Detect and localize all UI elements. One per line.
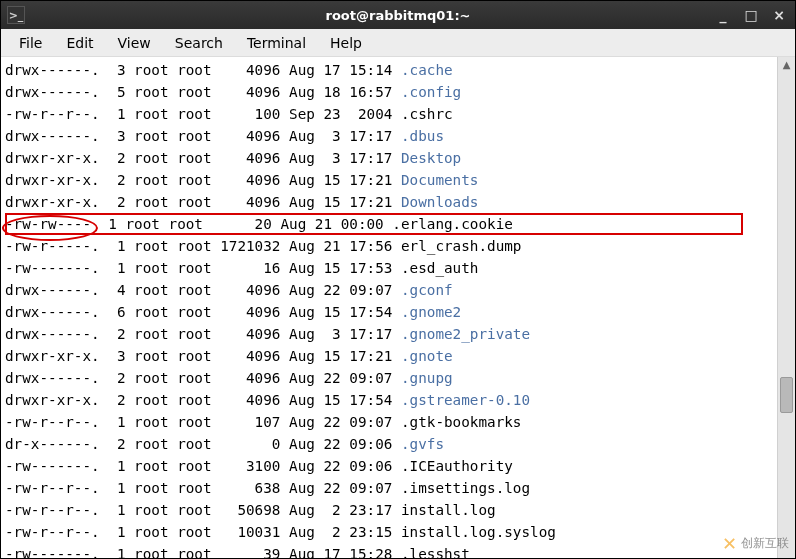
perms: drwxr-xr-x. [5, 194, 100, 210]
filename: install.log.syslog [401, 524, 556, 540]
perms: -rw-------. [5, 458, 100, 474]
listing-row: -rw-------. 1 root root 3100 Aug 22 09:0… [5, 455, 773, 477]
close-button[interactable]: × [769, 7, 789, 23]
perms: drwxr-xr-x. [5, 348, 100, 364]
menu-file[interactable]: File [7, 32, 54, 54]
filename: .dbus [401, 128, 444, 144]
perms: -rw-------. [5, 260, 100, 276]
maximize-button[interactable]: □ [741, 7, 761, 23]
perms: drwxr-xr-x. [5, 392, 100, 408]
filename: .gnote [401, 348, 453, 364]
listing-row: drwx------. 6 root root 4096 Aug 15 17:5… [5, 301, 773, 323]
listing-row: -rw-rw---- 1 root root 20 Aug 21 00:00 .… [5, 213, 773, 235]
listing-row: drwx------. 2 root root 4096 Aug 3 17:17… [5, 323, 773, 345]
perms: dr-x------. [5, 436, 100, 452]
perms: -rw-r--r--. [5, 414, 100, 430]
listing-row: drwxr-xr-x. 3 root root 4096 Aug 15 17:2… [5, 345, 773, 367]
filename: .gnupg [401, 370, 453, 386]
listing-row: -rw-------. 1 root root 16 Aug 15 17:53 … [5, 257, 773, 279]
filename: .gconf [401, 282, 453, 298]
perms: -rw-r--r--. [5, 502, 100, 518]
scrollbar[interactable]: ▲ [777, 57, 795, 558]
filename: .gnome2 [401, 304, 461, 320]
listing-row: drwxr-xr-x. 2 root root 4096 Aug 15 17:5… [5, 389, 773, 411]
filename: .gnome2_private [401, 326, 530, 342]
menu-search[interactable]: Search [163, 32, 235, 54]
perms: -rw-rw---- [5, 216, 91, 232]
perms: -rw-r-----. [5, 238, 100, 254]
listing-row: -rw-r-----. 1 root root 1721032 Aug 21 1… [5, 235, 773, 257]
filename: .gtk-bookmarks [401, 414, 522, 430]
filename: erl_crash.dump [401, 238, 522, 254]
perms: drwx------. [5, 370, 100, 386]
listing-row: drwxr-xr-x. 2 root root 4096 Aug 15 17:2… [5, 169, 773, 191]
menu-view[interactable]: View [106, 32, 163, 54]
filename: Desktop [401, 150, 461, 166]
scroll-up-icon[interactable]: ▲ [778, 59, 795, 70]
terminal-icon: >_ [7, 6, 25, 24]
listing-row: -rw-r--r--. 1 root root 10031 Aug 2 23:1… [5, 521, 773, 543]
filename: .gstreamer-0.10 [401, 392, 530, 408]
perms: drwx------. [5, 304, 100, 320]
listing-row: -rw-r--r--. 1 root root 50698 Aug 2 23:1… [5, 499, 773, 521]
filename: .lesshst [401, 546, 470, 558]
listing-row: drwx------. 5 root root 4096 Aug 18 16:5… [5, 81, 773, 103]
perms: -rw-------. [5, 546, 100, 558]
minimize-button[interactable]: _ [713, 7, 733, 23]
filename: Documents [401, 172, 478, 188]
listing-row: dr-x------. 2 root root 0 Aug 22 09:06 .… [5, 433, 773, 455]
window-controls: _ □ × [713, 7, 789, 23]
perms: -rw-r--r--. [5, 524, 100, 540]
listing-row: -rw-r--r--. 1 root root 100 Sep 23 2004 … [5, 103, 773, 125]
filename: .gvfs [401, 436, 444, 452]
filename: Downloads [401, 194, 478, 210]
filename: .ICEauthority [401, 458, 513, 474]
filename: .cshrc [401, 106, 453, 122]
listing-row: -rw-r--r--. 1 root root 638 Aug 22 09:07… [5, 477, 773, 499]
perms: drwxr-xr-x. [5, 150, 100, 166]
listing-row: -rw-r--r--. 1 root root 107 Aug 22 09:07… [5, 411, 773, 433]
filename: install.log [401, 502, 496, 518]
filename: .config [401, 84, 461, 100]
listing-row: drwxr-xr-x. 2 root root 4096 Aug 3 17:17… [5, 147, 773, 169]
titlebar[interactable]: >_ root@rabbitmq01:~ _ □ × [1, 1, 795, 29]
menu-edit[interactable]: Edit [54, 32, 105, 54]
menu-help[interactable]: Help [318, 32, 374, 54]
perms: drwx------. [5, 128, 100, 144]
scroll-thumb[interactable] [780, 377, 793, 413]
perms: -rw-r--r--. [5, 106, 100, 122]
filename: .cache [401, 62, 453, 78]
window-title: root@rabbitmq01:~ [1, 8, 795, 23]
filename: .erlang.cookie [392, 216, 513, 232]
listing-row: drwx------. 2 root root 4096 Aug 22 09:0… [5, 367, 773, 389]
perms: drwx------. [5, 326, 100, 342]
listing-row: drwxr-xr-x. 2 root root 4096 Aug 15 17:2… [5, 191, 773, 213]
menu-terminal[interactable]: Terminal [235, 32, 318, 54]
listing-row: drwx------. 4 root root 4096 Aug 22 09:0… [5, 279, 773, 301]
menubar: File Edit View Search Terminal Help [1, 29, 795, 57]
filename: .esd_auth [401, 260, 478, 276]
perms: drwxr-xr-x. [5, 172, 100, 188]
listing-row: drwx------. 3 root root 4096 Aug 17 15:1… [5, 59, 773, 81]
listing-row: -rw-------. 1 root root 39 Aug 17 15:28 … [5, 543, 773, 558]
filename: .imsettings.log [401, 480, 530, 496]
perms: drwx------. [5, 84, 100, 100]
terminal-output[interactable]: drwx------. 3 root root 4096 Aug 17 15:1… [1, 57, 777, 558]
perms: -rw-r--r--. [5, 480, 100, 496]
perms: drwx------. [5, 282, 100, 298]
listing-row: drwx------. 3 root root 4096 Aug 3 17:17… [5, 125, 773, 147]
perms: drwx------. [5, 62, 100, 78]
terminal-area: drwx------. 3 root root 4096 Aug 17 15:1… [1, 57, 795, 558]
